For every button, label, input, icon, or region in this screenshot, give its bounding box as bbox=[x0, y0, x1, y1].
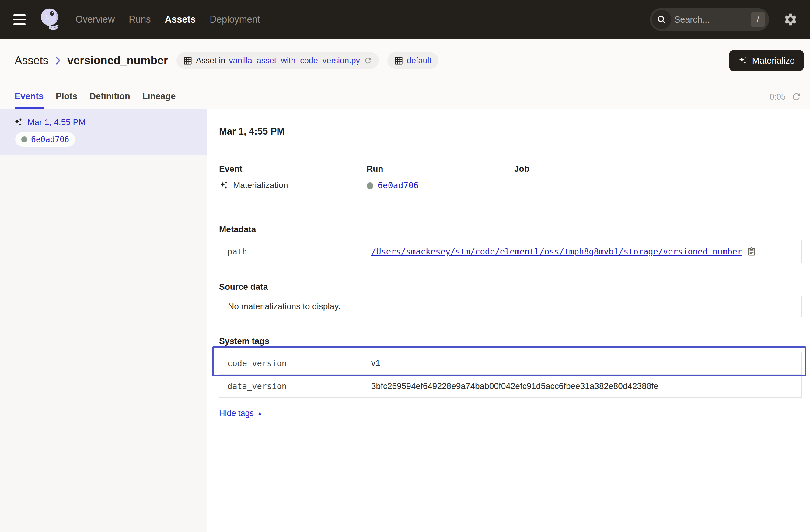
event-details-grid: Event Materialization Run 6e0ad706 Job — bbox=[219, 164, 802, 191]
search-shortcut-key: / bbox=[751, 12, 765, 27]
materialize-button-label: Materialize bbox=[752, 56, 795, 66]
run-id: 6e0ad706 bbox=[31, 135, 69, 144]
top-nav: Overview Runs Assets Deployment / bbox=[0, 0, 810, 39]
tag-value: 3bfc269594ef649228e9a74bab00f042efc91d5a… bbox=[371, 381, 659, 391]
auto-refresh: 0:05 bbox=[770, 92, 801, 109]
source-data-section: Source data No materializations to displ… bbox=[219, 282, 802, 318]
run-id-link[interactable]: 6e0ad706 bbox=[378, 180, 419, 191]
refresh-icon[interactable] bbox=[791, 92, 801, 102]
repository-badge[interactable]: default bbox=[387, 52, 438, 69]
system-tags-table: code_version v1 data_version 3bfc269594e… bbox=[219, 352, 802, 398]
asset-file-link[interactable]: vanilla_asset_with_code_version.py bbox=[229, 56, 360, 65]
asset-location-badge: Asset in vanilla_asset_with_code_version… bbox=[177, 52, 379, 69]
run-status-dot-icon bbox=[21, 136, 27, 142]
event-detail-title: Mar 1, 4:55 PM bbox=[219, 126, 802, 137]
hamburger-menu-icon[interactable] bbox=[13, 10, 33, 29]
page-header: Assets versioned_number Asset in vanilla… bbox=[0, 39, 810, 109]
metadata-table: path /Users/smackesey/stm/code/elementl/… bbox=[219, 240, 802, 263]
sparkle-icon bbox=[13, 117, 23, 127]
nav-item-assets[interactable]: Assets bbox=[165, 14, 196, 25]
event-timestamp: Mar 1, 4:55 PM bbox=[27, 117, 85, 127]
event-list-item-selected[interactable]: Mar 1, 4:55 PM 6e0ad706 bbox=[0, 109, 207, 155]
job-label: Job bbox=[514, 164, 802, 174]
run-tag[interactable]: 6e0ad706 bbox=[15, 132, 75, 147]
tab-plots[interactable]: Plots bbox=[56, 91, 77, 109]
job-empty-value: — bbox=[514, 180, 523, 190]
settings-gear-icon[interactable] bbox=[783, 12, 798, 27]
reload-icon[interactable] bbox=[363, 56, 372, 65]
materialize-button[interactable]: Materialize bbox=[729, 50, 804, 71]
tag-value: v1 bbox=[371, 358, 380, 368]
run-status-dot-icon bbox=[367, 182, 373, 189]
source-data-empty-state: No materializations to display. bbox=[219, 295, 802, 318]
source-data-heading: Source data bbox=[219, 282, 802, 292]
run-label: Run bbox=[367, 164, 514, 174]
search-box[interactable]: / bbox=[650, 8, 769, 31]
table-row-data-version: data_version 3bfc269594ef649228e9a74bab0… bbox=[220, 375, 801, 398]
search-input[interactable] bbox=[674, 15, 751, 25]
nav-item-runs[interactable]: Runs bbox=[129, 14, 151, 25]
metadata-heading: Metadata bbox=[219, 225, 802, 235]
tab-lineage[interactable]: Lineage bbox=[142, 91, 176, 109]
tab-events[interactable]: Events bbox=[15, 91, 44, 109]
topnav-right: / bbox=[650, 8, 798, 31]
event-label: Event bbox=[219, 164, 367, 174]
tag-key: code_version bbox=[220, 358, 363, 368]
grid-table-icon bbox=[183, 56, 192, 65]
caret-up-icon: ▲ bbox=[257, 410, 263, 417]
event-detail-panel: Mar 1, 4:55 PM Event Materialization Run… bbox=[207, 109, 810, 532]
dagster-logo-icon[interactable] bbox=[38, 7, 63, 32]
copy-icon[interactable] bbox=[747, 247, 756, 256]
metadata-section: Metadata path /Users/smackesey/stm/code/… bbox=[219, 225, 802, 263]
hide-tags-link[interactable]: Hide tags ▲ bbox=[219, 409, 263, 418]
table-row: path /Users/smackesey/stm/code/elementl/… bbox=[220, 240, 801, 263]
empty-message: No materializations to display. bbox=[228, 302, 340, 311]
refresh-countdown: 0:05 bbox=[770, 92, 785, 102]
content-area: Mar 1, 4:55 PM 6e0ad706 Mar 1, 4:55 PM E… bbox=[0, 109, 810, 532]
path-link[interactable]: /Users/smackesey/stm/code/elementl/oss/t… bbox=[371, 247, 742, 256]
hide-tags-label: Hide tags bbox=[219, 409, 254, 418]
repository-name[interactable]: default bbox=[407, 56, 432, 65]
actions-column-divider bbox=[787, 240, 801, 263]
breadcrumb: Assets versioned_number Asset in vanilla… bbox=[0, 39, 810, 71]
run-column: Run 6e0ad706 bbox=[367, 164, 514, 191]
breadcrumb-assets-link[interactable]: Assets bbox=[15, 54, 48, 67]
event-list-sidebar: Mar 1, 4:55 PM 6e0ad706 bbox=[0, 109, 207, 532]
repo-grid-icon bbox=[394, 56, 403, 65]
search-icon bbox=[652, 10, 671, 29]
system-tags-section: System tags code_version v1 data_version… bbox=[219, 336, 802, 418]
nav-item-overview[interactable]: Overview bbox=[76, 14, 115, 25]
sparkle-icon bbox=[219, 180, 229, 190]
divider bbox=[219, 153, 802, 153]
tab-definition[interactable]: Definition bbox=[90, 91, 130, 109]
event-type-value: Materialization bbox=[233, 180, 288, 190]
page-title: versioned_number bbox=[67, 54, 168, 67]
chevron-right-icon bbox=[54, 55, 62, 66]
metadata-key: path bbox=[220, 247, 363, 256]
system-tags-heading: System tags bbox=[219, 336, 802, 346]
nav-item-deployment[interactable]: Deployment bbox=[210, 14, 260, 25]
job-column: Job — bbox=[514, 164, 802, 191]
asset-location-prefix: Asset in bbox=[196, 56, 225, 65]
primary-nav: Overview Runs Assets Deployment bbox=[76, 14, 260, 25]
table-row-code-version: code_version v1 bbox=[220, 352, 801, 375]
tag-key: data_version bbox=[220, 381, 363, 391]
event-column: Event Materialization bbox=[219, 164, 367, 191]
sparkle-icon bbox=[738, 56, 748, 65]
tab-bar: Events Plots Definition Lineage 0:05 bbox=[15, 91, 801, 109]
